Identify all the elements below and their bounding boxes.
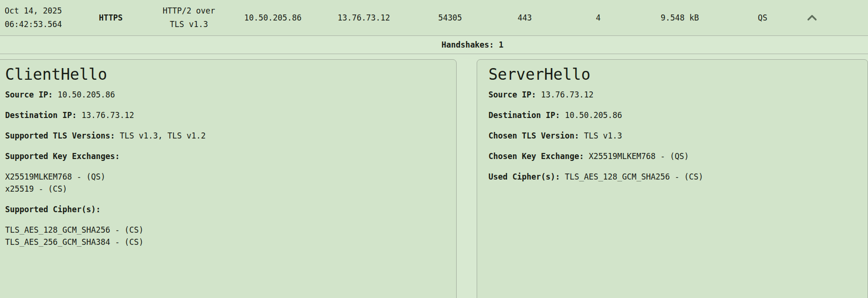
- field-row: Supported Key Exchanges:: [5, 150, 445, 162]
- packet-count-cell: 4: [560, 11, 637, 25]
- field-value: 13.76.73.12: [541, 90, 594, 99]
- field-value: 10.50.205.86: [565, 111, 622, 120]
- field-value: TLS v1.3: [584, 131, 622, 140]
- handshake-details: ClientHello Source IP: 10.50.205.86Desti…: [0, 59, 868, 298]
- handshakes-label: Handshakes: 1: [441, 40, 503, 49]
- field-row: Source IP: 10.50.205.86: [5, 89, 445, 101]
- server-hello-panel: ServerHello Source IP: 13.76.73.12Destin…: [477, 59, 868, 298]
- field-row: Destination IP: 10.50.205.86: [488, 109, 856, 121]
- field-label: Supported Cipher(s):: [5, 205, 101, 214]
- field-row: Source IP: 13.76.73.12: [488, 89, 856, 101]
- source-ip-cell: 10.50.205.86: [229, 11, 317, 25]
- field-label: Source IP:: [488, 90, 536, 99]
- field-label: Source IP:: [5, 90, 53, 99]
- field-row: Destination IP: 13.76.73.12: [5, 109, 445, 121]
- field-value: 13.76.73.12: [82, 111, 134, 120]
- field-value-line: x25519 - (CS): [5, 183, 445, 195]
- app-protocol-line2: TLS v1.3: [170, 18, 208, 31]
- field-value: TLS_AES_128_GCM_SHA256 - (CS): [565, 172, 703, 181]
- app-protocol-cell: HTTP/2 over TLS v1.3: [149, 4, 229, 31]
- field-label: Supported Key Exchanges:: [5, 152, 120, 161]
- field-value: 10.50.205.86: [58, 90, 115, 99]
- field-label: Chosen TLS Version:: [488, 131, 579, 140]
- timestamp-time: 06:42:53.564: [5, 18, 62, 31]
- field-row: Chosen TLS Version: TLS v1.3: [488, 130, 856, 142]
- field-label: Destination IP:: [5, 111, 77, 120]
- destination-port-cell: 443: [490, 11, 560, 25]
- collapse-cell: [802, 11, 868, 24]
- source-port-cell: 54305: [410, 11, 490, 25]
- field-row: Chosen Key Exchange: X25519MLKEM768 - (Q…: [488, 150, 856, 162]
- field-value-line: TLS_AES_128_GCM_SHA256 - (CS): [5, 224, 445, 236]
- field-value-list: X25519MLKEM768 - (QS)x25519 - (CS): [5, 171, 445, 195]
- field-value-line: X25519MLKEM768 - (QS): [5, 171, 445, 183]
- field-row: Supported Cipher(s):: [5, 203, 445, 215]
- collapse-row-button[interactable]: [805, 11, 819, 24]
- field-value-line: TLS_AES_256_GCM_SHA384 - (CS): [5, 236, 445, 248]
- connection-row[interactable]: Oct 14, 2025 06:42:53.564 HTTPS HTTP/2 o…: [0, 0, 868, 36]
- field-label: Supported TLS Versions:: [5, 131, 115, 140]
- field-label: Destination IP:: [488, 111, 560, 120]
- field-label: Used Cipher(s):: [488, 172, 560, 181]
- field-row: Used Cipher(s): TLS_AES_128_GCM_SHA256 -…: [488, 171, 856, 183]
- server-hello-title: ServerHello: [488, 64, 856, 85]
- qs-status-cell: QS: [723, 11, 802, 25]
- field-row: Supported TLS Versions: TLS v1.3, TLS v1…: [5, 130, 445, 142]
- client-hello-title: ClientHello: [5, 64, 445, 85]
- field-value: TLS v1.3, TLS v1.2: [120, 131, 206, 140]
- client-hello-fields: Source IP: 10.50.205.86Destination IP: 1…: [5, 89, 445, 248]
- timestamp-cell: Oct 14, 2025 06:42:53.564: [0, 4, 72, 31]
- destination-ip-cell: 13.76.73.12: [317, 11, 410, 25]
- chevron-up-icon: [806, 12, 819, 23]
- app-protocol-line1: HTTP/2 over: [163, 4, 215, 18]
- protocol-cell: HTTPS: [72, 11, 149, 25]
- field-label: Chosen Key Exchange:: [488, 152, 584, 161]
- field-value: X25519MLKEM768 - (QS): [589, 152, 689, 161]
- handshakes-bar: Handshakes: 1: [0, 36, 868, 54]
- size-cell: 9.548 kB: [637, 11, 723, 25]
- client-hello-panel: ClientHello Source IP: 10.50.205.86Desti…: [0, 59, 457, 298]
- timestamp-date: Oct 14, 2025: [5, 4, 62, 18]
- field-value-list: TLS_AES_128_GCM_SHA256 - (CS)TLS_AES_256…: [5, 224, 445, 248]
- server-hello-fields: Source IP: 13.76.73.12Destination IP: 10…: [488, 89, 856, 183]
